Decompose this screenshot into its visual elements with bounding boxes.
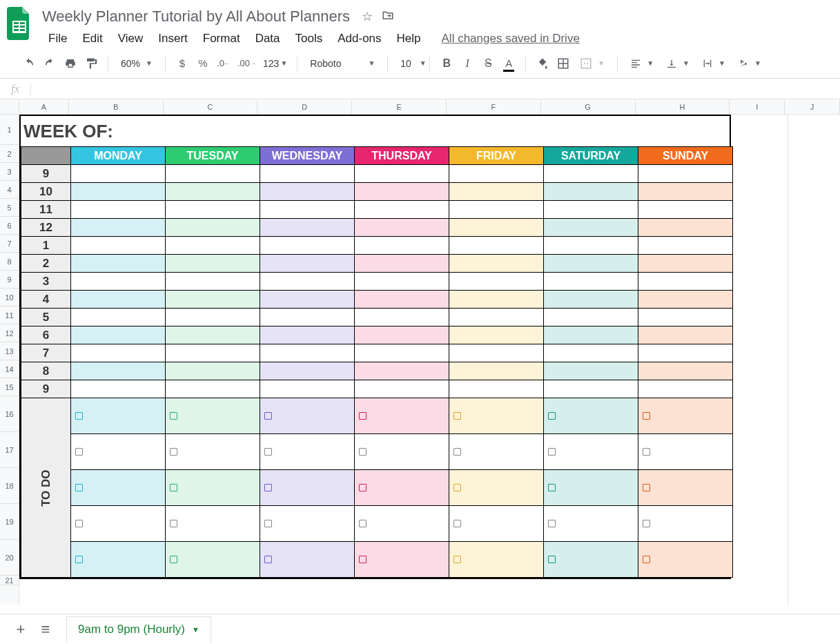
merge-cells-select[interactable]: ▼ <box>574 54 610 73</box>
cell-thursday-3[interactable] <box>355 273 449 291</box>
cell-monday-5[interactable] <box>71 309 166 326</box>
cell-monday-4[interactable] <box>71 291 166 309</box>
hour-8[interactable]: 8 <box>21 362 71 380</box>
cell-friday-5[interactable] <box>449 309 544 326</box>
checkbox-icon[interactable] <box>75 520 83 527</box>
cell-tuesday-9[interactable] <box>166 165 260 183</box>
cell-thursday-9[interactable] <box>355 165 449 183</box>
cell-wednesday-8[interactable] <box>260 362 355 380</box>
checkbox-icon[interactable] <box>643 412 650 420</box>
todo-monday-4[interactable] <box>71 542 166 578</box>
cell-wednesday-2[interactable] <box>260 255 355 273</box>
checkbox-icon[interactable] <box>643 448 650 456</box>
font-size-select[interactable]: 10▼ <box>395 54 422 73</box>
cell-tuesday-1[interactable] <box>166 237 260 255</box>
sheet-tab-active[interactable]: 9am to 9pm (Hourly)▼ <box>66 616 211 643</box>
row-header-13[interactable]: 13 <box>0 342 19 360</box>
todo-tuesday-0[interactable] <box>166 398 260 434</box>
checkbox-icon[interactable] <box>264 448 272 456</box>
cell-tuesday-10[interactable] <box>166 183 260 201</box>
cell-thursday-6[interactable] <box>355 326 449 344</box>
cell-wednesday-7[interactable] <box>260 344 355 362</box>
row-header-5[interactable]: 5 <box>0 199 19 217</box>
checkbox-icon[interactable] <box>264 520 272 527</box>
row-header-12[interactable]: 12 <box>0 324 19 342</box>
hour-9[interactable]: 9 <box>21 380 71 398</box>
cell-sunday-7[interactable] <box>638 344 733 362</box>
col-header-D[interactable]: D <box>257 99 352 114</box>
row-header-18[interactable]: 18 <box>0 468 19 504</box>
cell-friday-10[interactable] <box>449 183 544 201</box>
row-header-3[interactable]: 3 <box>0 163 19 181</box>
hour-6[interactable]: 6 <box>21 326 71 344</box>
row-header-4[interactable]: 4 <box>0 181 19 199</box>
cell-saturday-6[interactable] <box>544 326 638 344</box>
cell-friday-11[interactable] <box>449 201 544 219</box>
cell-saturday-4[interactable] <box>544 291 638 309</box>
cell-friday-1[interactable] <box>449 237 544 255</box>
todo-wednesday-4[interactable] <box>260 542 355 578</box>
checkbox-icon[interactable] <box>548 484 556 491</box>
menu-insert[interactable]: Insert <box>151 29 195 48</box>
formula-input[interactable] <box>31 84 840 95</box>
checkbox-icon[interactable] <box>170 448 177 456</box>
cell-tuesday-4[interactable] <box>166 291 260 309</box>
cell-sunday-10[interactable] <box>638 183 733 201</box>
todo-friday-1[interactable] <box>449 434 544 470</box>
cell-tuesday-7[interactable] <box>166 344 260 362</box>
row-header-7[interactable]: 7 <box>0 235 19 253</box>
col-header-E[interactable]: E <box>352 99 447 114</box>
checkbox-icon[interactable] <box>548 448 556 456</box>
move-icon[interactable] <box>381 9 395 24</box>
menu-edit[interactable]: Edit <box>75 29 109 48</box>
italic-button[interactable]: I <box>458 54 477 73</box>
checkbox-icon[interactable] <box>453 448 461 456</box>
cell-wednesday-5[interactable] <box>260 309 355 326</box>
hour-5[interactable]: 5 <box>21 309 71 326</box>
todo-sunday-3[interactable] <box>638 506 733 542</box>
cell-saturday-9[interactable] <box>544 380 638 398</box>
checkbox-icon[interactable] <box>548 556 556 563</box>
text-wrap-select[interactable]: ▼ <box>696 54 731 73</box>
row-header-6[interactable]: 6 <box>0 217 19 235</box>
checkbox-icon[interactable] <box>453 520 461 527</box>
checkbox-icon[interactable] <box>548 412 556 420</box>
checkbox-icon[interactable] <box>643 556 650 563</box>
checkbox-icon[interactable] <box>75 484 83 491</box>
cell-saturday-1[interactable] <box>544 237 638 255</box>
todo-friday-4[interactable] <box>449 542 544 578</box>
hour-1[interactable]: 1 <box>21 237 71 255</box>
save-status[interactable]: All changes saved in Drive <box>442 32 580 46</box>
checkbox-icon[interactable] <box>359 556 367 563</box>
todo-saturday-1[interactable] <box>544 434 638 470</box>
cell-sunday-2[interactable] <box>638 255 733 273</box>
cell-wednesday-4[interactable] <box>260 291 355 309</box>
cell-thursday-12[interactable] <box>355 219 449 237</box>
menu-add-ons[interactable]: Add-ons <box>331 29 388 48</box>
checkbox-icon[interactable] <box>170 484 177 491</box>
cell-thursday-7[interactable] <box>355 344 449 362</box>
cell-monday-3[interactable] <box>71 273 166 291</box>
todo-friday-3[interactable] <box>449 506 544 542</box>
todo-wednesday-1[interactable] <box>260 434 355 470</box>
cell-saturday-9[interactable] <box>544 165 638 183</box>
cell-thursday-10[interactable] <box>355 183 449 201</box>
borders-button[interactable] <box>554 54 573 73</box>
cell-monday-8[interactable] <box>71 362 166 380</box>
day-header-tuesday[interactable]: TUESDAY <box>166 147 260 165</box>
todo-saturday-0[interactable] <box>544 398 638 434</box>
todo-thursday-3[interactable] <box>355 506 449 542</box>
cell-friday-8[interactable] <box>449 362 544 380</box>
checkbox-icon[interactable] <box>359 484 367 491</box>
cell-sunday-12[interactable] <box>638 219 733 237</box>
cell-sunday-4[interactable] <box>638 291 733 309</box>
checkbox-icon[interactable] <box>75 448 83 456</box>
todo-monday-1[interactable] <box>71 434 166 470</box>
hour-2[interactable]: 2 <box>21 255 71 273</box>
todo-sunday-4[interactable] <box>638 542 733 578</box>
vertical-align-select[interactable]: ▼ <box>661 54 695 73</box>
cell-friday-9[interactable] <box>449 380 544 398</box>
week-of-title[interactable]: WEEK OF: <box>21 116 730 146</box>
row-header-10[interactable]: 10 <box>0 289 19 306</box>
cell-sunday-9[interactable] <box>638 165 733 183</box>
